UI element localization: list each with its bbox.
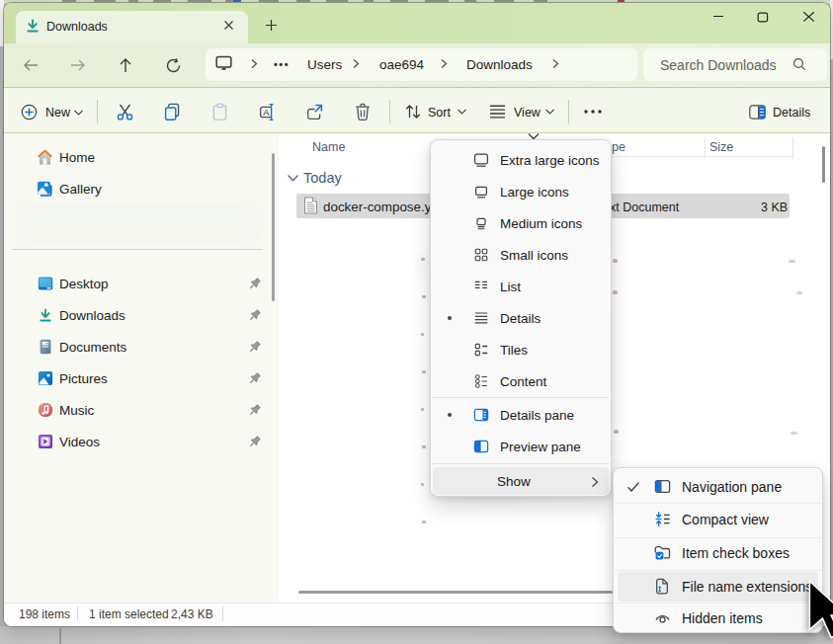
svg-text:A: A xyxy=(263,107,270,118)
